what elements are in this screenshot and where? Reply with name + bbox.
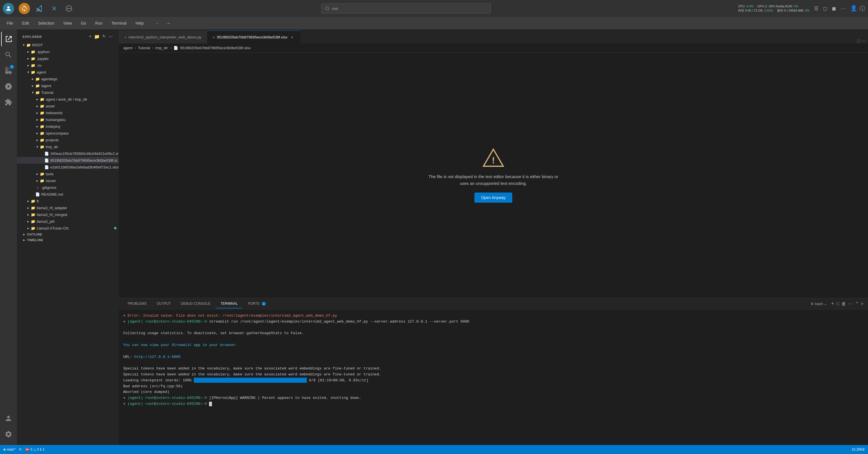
- close-panel-icon[interactable]: ×: [861, 301, 864, 306]
- activity-scm[interactable]: 2: [1, 63, 16, 78]
- status-filesize: 10.29KB: [851, 448, 865, 451]
- terminal-line-blank4: [123, 360, 864, 366]
- tree-huixiangdou[interactable]: ► 📁 huixiangdou: [17, 116, 119, 123]
- tree-gitignore[interactable]: ► ♦ .gitignore: [17, 184, 119, 191]
- activity-extensions[interactable]: [1, 95, 16, 110]
- menu-selection[interactable]: Selection: [34, 19, 59, 27]
- collapse-panel-icon[interactable]: ⌃: [855, 301, 859, 306]
- tab-split-icon[interactable]: □: [857, 38, 860, 43]
- tab-close-btn[interactable]: ×: [290, 35, 295, 40]
- bash-selector[interactable]: ⚙ bash ⌄: [809, 301, 829, 306]
- avatar-icon[interactable]: [3, 3, 14, 14]
- open-anyway-button[interactable]: Open Anyway: [474, 192, 512, 203]
- breadcrumb-tutorial[interactable]: Tutorial: [138, 46, 150, 50]
- tree-llama3-adapter[interactable]: ► 📁 llama3_hf_adapter: [17, 204, 119, 211]
- tree-llama3-xtuner[interactable]: ► 📁 Llama3-XTuner-CN: [17, 225, 119, 232]
- breadcrumb-agent[interactable]: agent: [123, 46, 132, 50]
- sidebar-content: ▼ 📁 ROOT ► 📁 .ipython ► 📁 .jupyter ► 📁 .…: [17, 41, 119, 445]
- kill-terminal-icon[interactable]: 🗑: [841, 301, 846, 306]
- tree-root[interactable]: ▼ 📁 ROOT: [17, 41, 119, 48]
- breadcrumb-file[interactable]: 951f88205eb7bb879695ece3b0be538f.xlsx: [180, 46, 251, 50]
- vscode-icon[interactable]: [34, 3, 44, 13]
- tree-xtuner[interactable]: ► 📁 xtuner: [17, 177, 119, 184]
- tree-agentlego[interactable]: ► 📁 agentlego: [17, 75, 119, 82]
- tab-terminal[interactable]: TERMINAL: [216, 299, 242, 308]
- profile-icon[interactable]: 👤: [850, 5, 857, 12]
- breadcrumb: agent > Tutorial > tmp_dir > 📄 951f88205…: [119, 43, 868, 53]
- terminal-content[interactable]: ● Error: Invalid value: File does not ex…: [119, 309, 868, 445]
- more-tree-icon[interactable]: ⋯: [108, 34, 113, 39]
- tree-ipython[interactable]: ► 📁 .ipython: [17, 48, 119, 55]
- menu-run[interactable]: Run: [91, 19, 106, 27]
- stop-icon[interactable]: [64, 3, 74, 13]
- refresh-tree-icon[interactable]: ↻: [102, 34, 106, 39]
- tree-nv[interactable]: ► 📁 .nv: [17, 62, 119, 69]
- add-terminal-icon[interactable]: +: [831, 301, 834, 307]
- tab-debug-console[interactable]: DEBUG CONSOLE: [176, 299, 215, 308]
- tree-projects[interactable]: ► 📁 projects: [17, 137, 119, 143]
- tab-ports[interactable]: PORTS 1: [243, 299, 270, 308]
- terminal-line-error: ● Error: Invalid value: File does not ex…: [123, 313, 864, 319]
- tree-readme[interactable]: ► 📄 README.md: [17, 191, 119, 198]
- terminal-line-progress: Loading checkpoint shards: 100% 8/8 [01:…: [123, 378, 864, 384]
- tab-output[interactable]: OUTPUT: [152, 299, 175, 308]
- tab-problems[interactable]: PROBLEMS: [123, 299, 151, 308]
- panel-tabs: PROBLEMS OUTPUT DEBUG CONSOLE TERMINAL P…: [119, 298, 868, 309]
- refresh-icon[interactable]: [19, 3, 30, 14]
- tree-tutorial[interactable]: ▼ 📁 Tutorial: [17, 89, 119, 96]
- search-bar[interactable]: root: [321, 3, 491, 13]
- tree-llama3-merged[interactable]: ► 📁 llama3_hf_merged: [17, 211, 119, 218]
- tree-opencompass[interactable]: ► 📁 opencompass: [17, 130, 119, 137]
- tree-asset[interactable]: ► 📁 asset: [17, 102, 119, 110]
- breadcrumb-tmpdir[interactable]: tmp_dir: [156, 46, 168, 50]
- tab-xlsx-active[interactable]: ■ 951f88205eb7bb879695ece3b0be538f.xlsx …: [207, 31, 301, 43]
- info-icon[interactable]: ⓘ: [860, 5, 865, 12]
- tree-xlsx3[interactable]: ► 📄 e1b011b6f24be2afe8ad3b4f0ef72ec1.xls…: [17, 164, 119, 171]
- tree-agent[interactable]: ▼ 📁 agent: [17, 69, 119, 75]
- tab-more-icon[interactable]: ⋯: [861, 38, 866, 43]
- activity-settings[interactable]: [1, 427, 16, 442]
- tree-tmpdir[interactable]: ▼ 📁 tmp_dir: [17, 143, 119, 150]
- more-icon[interactable]: ⋯: [841, 5, 846, 11]
- activity-debug[interactable]: [1, 79, 16, 94]
- status-errors[interactable]: ⛔ 0 △ 0 ℹ 1: [25, 448, 44, 451]
- maximize-toggle[interactable]: ◼: [832, 5, 836, 11]
- status-sync[interactable]: ↻: [19, 448, 22, 451]
- section-outline[interactable]: ► OUTLINE: [17, 232, 119, 237]
- status-bar: ♣ main* ↻ ⛔ 0 △ 0 ℹ 1 10.29KB: [0, 445, 868, 454]
- new-file-icon[interactable]: +: [89, 34, 92, 39]
- terminal-more-icon[interactable]: ⋯: [848, 301, 853, 306]
- menu-file[interactable]: File: [3, 19, 17, 27]
- tree-xlsx2-selected[interactable]: ► 📄 951f88205eb7bb879695ece3b0be538f.xl.…: [17, 157, 119, 164]
- tree-xlsx1[interactable]: ► 📄 340eac155cb785883c46c04d421e09c2.xl.…: [17, 150, 119, 157]
- tree-helloworld[interactable]: ► 📁 helloworld: [17, 110, 119, 116]
- error-icon: ⛔: [25, 448, 29, 451]
- status-branch[interactable]: ♣ main*: [3, 448, 16, 451]
- tree-lagent[interactable]: ► 📁 lagent: [17, 82, 119, 89]
- nav-forward[interactable]: →: [164, 19, 173, 27]
- nav-back[interactable]: ←: [153, 19, 162, 27]
- close-icon[interactable]: [49, 3, 59, 13]
- panel-toggle[interactable]: ◻: [823, 5, 827, 11]
- menu-help[interactable]: Help: [132, 19, 148, 27]
- top-right-icons: 👤 ⓘ: [850, 5, 865, 12]
- section-timeline[interactable]: ► TIMELINE: [17, 237, 119, 243]
- menu-go[interactable]: Go: [77, 19, 90, 27]
- activity-search[interactable]: [1, 48, 16, 62]
- tab-py[interactable]: ● internlm2_ipython_interpreter_web_demo…: [119, 31, 207, 43]
- menu-view[interactable]: View: [59, 19, 76, 27]
- tree-tools[interactable]: ► 📁 tools: [17, 171, 119, 177]
- tree-llama3-pth[interactable]: ► 📁 llama3_pth: [17, 218, 119, 225]
- sidebar-toggle[interactable]: ☰: [814, 5, 818, 11]
- tree-lmdeploy[interactable]: ► 📁 lmdeploy: [17, 123, 119, 130]
- menu-terminal[interactable]: Terminal: [107, 19, 130, 27]
- tree-workdir[interactable]: ► 📁 agent / work_dir / tmp_dir: [17, 96, 119, 102]
- tree-ft[interactable]: ► 📁 ft: [17, 198, 119, 204]
- new-folder-icon[interactable]: 📁: [94, 34, 100, 39]
- tree-jupyter[interactable]: ► 📁 .jupyter: [17, 55, 119, 62]
- activity-account[interactable]: [1, 411, 16, 426]
- tab-actions: □ ⋯: [857, 38, 868, 43]
- activity-explorer[interactable]: [1, 32, 16, 47]
- split-terminal-icon[interactable]: □: [836, 301, 839, 306]
- menu-edit[interactable]: Edit: [19, 19, 33, 27]
